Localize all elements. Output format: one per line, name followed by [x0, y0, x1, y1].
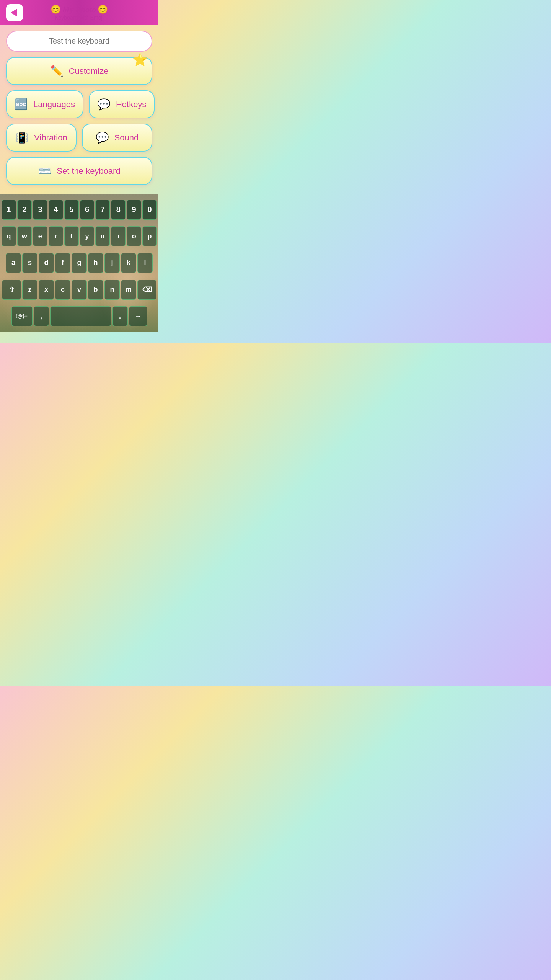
key-c[interactable]: c: [55, 280, 70, 300]
key-2[interactable]: 2: [17, 200, 32, 220]
key-u[interactable]: u: [95, 226, 110, 246]
key-5[interactable]: 5: [64, 200, 79, 220]
keyboard: 1 2 3 4 5 6 7 8 9 0 q w e r t y u i: [0, 194, 158, 332]
key-k[interactable]: k: [121, 253, 136, 273]
key-3[interactable]: 3: [33, 200, 47, 220]
comma-key[interactable]: ,: [34, 306, 49, 326]
key-7[interactable]: 7: [95, 200, 110, 220]
emoji-right-icon: 😊: [98, 5, 108, 15]
key-w[interactable]: w: [17, 226, 32, 246]
hotkeys-button[interactable]: 💬 Hotkeys: [89, 90, 155, 118]
customize-button[interactable]: ✏️ Customize ⭐: [6, 57, 152, 85]
set-keyboard-label: Set the keyboard: [57, 166, 120, 176]
enter-key[interactable]: →: [129, 306, 147, 326]
key-j[interactable]: j: [104, 253, 120, 273]
key-f[interactable]: f: [55, 253, 70, 273]
key-l[interactable]: l: [137, 253, 153, 273]
key-x[interactable]: x: [39, 280, 54, 300]
vibration-icon: 📳: [15, 131, 29, 144]
key-g[interactable]: g: [72, 253, 87, 273]
main-content: ✏️ Customize ⭐ 🔤 Languages 💬 Hotkeys 📳 V…: [0, 25, 158, 190]
emoji-left-icon: 😊: [51, 5, 61, 15]
languages-button[interactable]: 🔤 Languages: [6, 90, 83, 118]
keyboard-number-row: 1 2 3 4 5 6 7 8 9 0: [2, 200, 157, 220]
row-vibration-sound: 📳 Vibration 💬 Sound: [6, 124, 152, 152]
key-r[interactable]: r: [49, 226, 63, 246]
sound-label: Sound: [114, 133, 139, 143]
keyboard-bottom-row: !@$+ , . →: [2, 306, 157, 326]
keyboard-zxcv-row: ⇧ z x c v b n m ⌫: [2, 280, 157, 300]
app-title: My Photo: [62, 5, 96, 15]
keyboard-asdf-row: a s d f g h j k l: [2, 253, 157, 273]
key-s[interactable]: s: [22, 253, 37, 273]
key-d[interactable]: d: [39, 253, 54, 273]
app-subtitle: Keyboard with Emoji: [55, 15, 104, 21]
space-key[interactable]: [50, 306, 111, 326]
test-keyboard-input[interactable]: [6, 31, 152, 52]
key-9[interactable]: 9: [127, 200, 141, 220]
key-m[interactable]: m: [121, 280, 136, 300]
key-e[interactable]: e: [33, 226, 47, 246]
languages-icon: 🔤: [15, 98, 28, 111]
key-q[interactable]: q: [2, 226, 16, 246]
shift-key[interactable]: ⇧: [2, 280, 21, 300]
vibration-label: Vibration: [34, 133, 67, 143]
set-keyboard-icon: ⌨️: [38, 165, 51, 177]
header: 😊 My Photo 😊 Keyboard with Emoji: [0, 0, 158, 25]
hotkeys-icon: 💬: [97, 98, 111, 111]
languages-label: Languages: [33, 100, 75, 109]
keyboard-background: 1 2 3 4 5 6 7 8 9 0 q w e r t y u i: [0, 194, 158, 332]
key-z[interactable]: z: [22, 280, 37, 300]
key-o[interactable]: o: [127, 226, 141, 246]
backspace-key[interactable]: ⌫: [137, 280, 156, 300]
key-t[interactable]: t: [64, 226, 79, 246]
customize-label: Customize: [69, 66, 109, 76]
key-a[interactable]: a: [6, 253, 21, 273]
key-y[interactable]: y: [80, 226, 95, 246]
key-4[interactable]: 4: [49, 200, 63, 220]
key-6[interactable]: 6: [80, 200, 95, 220]
row-lang-hotkeys: 🔤 Languages 💬 Hotkeys: [6, 90, 152, 118]
hotkeys-label: Hotkeys: [116, 100, 146, 109]
key-8[interactable]: 8: [111, 200, 126, 220]
keyboard-area: 1 2 3 4 5 6 7 8 9 0 q w e r t y u i: [0, 194, 158, 343]
back-button[interactable]: [6, 4, 23, 21]
sound-button[interactable]: 💬 Sound: [82, 124, 152, 152]
key-i[interactable]: i: [111, 226, 126, 246]
key-1[interactable]: 1: [2, 200, 16, 220]
key-0[interactable]: 0: [142, 200, 157, 220]
sound-icon: 💬: [96, 131, 109, 144]
sym-key[interactable]: !@$+: [11, 306, 33, 326]
key-n[interactable]: n: [104, 280, 120, 300]
back-icon: [11, 9, 17, 16]
set-keyboard-button[interactable]: ⌨️ Set the keyboard: [6, 157, 152, 185]
keyboard-qwerty-row: q w e r t y u i o p: [2, 226, 157, 246]
key-p[interactable]: p: [142, 226, 157, 246]
star-badge-icon: ⭐: [132, 52, 148, 67]
customize-icon: ✏️: [50, 65, 64, 77]
header-title: 😊 My Photo 😊 Keyboard with Emoji: [51, 5, 108, 21]
key-v[interactable]: v: [72, 280, 87, 300]
period-key[interactable]: .: [112, 306, 128, 326]
vibration-button[interactable]: 📳 Vibration: [6, 124, 77, 152]
key-h[interactable]: h: [88, 253, 103, 273]
key-b[interactable]: b: [88, 280, 103, 300]
